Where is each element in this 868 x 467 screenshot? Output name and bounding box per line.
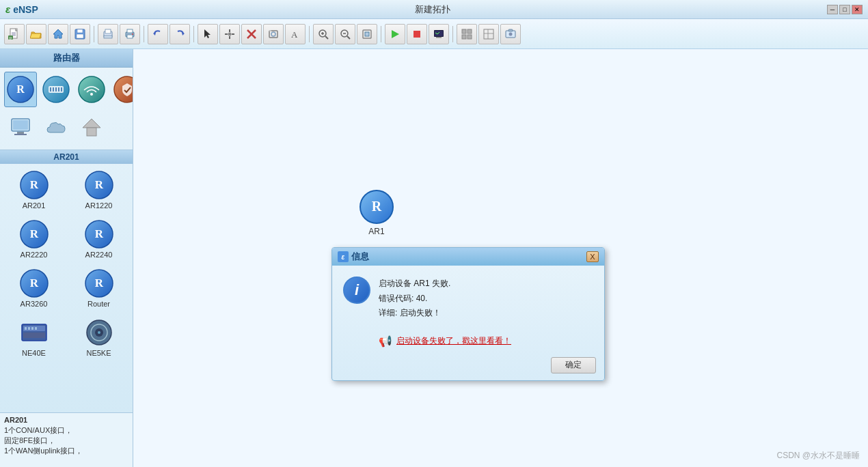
print-button[interactable] xyxy=(120,24,140,44)
home-button[interactable] xyxy=(48,24,68,44)
security-type-button[interactable] xyxy=(111,72,133,107)
dialog-link[interactable]: 启动设备失败了，戳这里看看！ xyxy=(396,335,511,347)
dialog-message: 启动设备 AR1 失败. 错误代码: 40. 详细: 启动失败！ xyxy=(379,277,450,321)
capture-button[interactable] xyxy=(263,24,284,44)
redo-button[interactable] xyxy=(169,24,190,44)
app-logo: ε eNSP xyxy=(5,3,38,15)
svg-rect-45 xyxy=(467,35,472,39)
window-title: 新建拓扑 xyxy=(415,3,450,16)
device-item-router[interactable]: R Router xyxy=(68,265,130,311)
svg-text:R: R xyxy=(94,178,103,191)
text-button[interactable]: A xyxy=(285,24,306,44)
dialog-footer: 确定 xyxy=(332,353,604,380)
connector-type-button[interactable] xyxy=(75,110,108,145)
svg-text:A: A xyxy=(291,29,298,40)
svg-point-62 xyxy=(90,93,93,96)
router-type-button[interactable]: R xyxy=(4,72,37,107)
svg-rect-84 xyxy=(23,332,45,338)
fit-button[interactable] xyxy=(357,24,377,44)
device-item-ar2220[interactable]: R AR2220 xyxy=(3,216,65,262)
info-line-3: 1个WAN侧uplink接口， xyxy=(4,446,128,456)
router-icon: R xyxy=(84,268,114,298)
minimize-button[interactable]: ─ xyxy=(827,5,838,14)
console-button[interactable] xyxy=(429,24,449,44)
ne40e-icon xyxy=(19,317,49,348)
device-item-ar2240[interactable]: R AR2240 xyxy=(68,216,130,262)
pan-button[interactable] xyxy=(219,24,240,44)
device-grid: R AR201 R AR1220 xyxy=(3,167,130,360)
pc-type-button[interactable] xyxy=(4,110,37,145)
undo-button[interactable] xyxy=(148,24,168,44)
device-item-ne5ke[interactable]: NE5KE xyxy=(68,314,130,360)
ar2220-icon: R xyxy=(19,219,49,249)
custom-button[interactable] xyxy=(457,24,477,44)
maximize-button[interactable]: □ xyxy=(839,5,850,14)
svg-rect-14 xyxy=(127,35,133,38)
select-button[interactable] xyxy=(198,24,218,44)
delete-button[interactable] xyxy=(241,24,262,44)
svg-rect-43 xyxy=(467,29,472,33)
zoom-in-button[interactable] xyxy=(313,24,334,44)
svg-rect-50 xyxy=(508,29,513,31)
category-header: 路由器 xyxy=(0,49,133,68)
info-line-1: 1个CON/AUX接口， xyxy=(4,425,128,436)
ar3260-icon: R xyxy=(19,268,49,298)
info-title: AR201 xyxy=(4,416,128,424)
info-dialog: ε 信息 X i 启动设备 AR1 失败. 错误代码: 40. 详细: 启动失败… xyxy=(331,247,605,381)
ar1-device-icon: R xyxy=(359,189,394,225)
dialog-titlebar: ε 信息 X xyxy=(332,248,604,266)
ar2240-label: AR2240 xyxy=(85,251,113,259)
device-item-ar201[interactable]: R AR201 xyxy=(3,167,65,213)
save-button[interactable] xyxy=(70,24,90,44)
dialog-close-button[interactable]: X xyxy=(586,251,599,262)
svg-rect-34 xyxy=(365,32,369,36)
ar2220-label: AR2220 xyxy=(21,251,48,259)
switch-type-icon xyxy=(42,75,70,104)
svg-point-92 xyxy=(98,331,100,334)
cloud-type-button[interactable] xyxy=(40,110,72,145)
confirm-button[interactable]: 确定 xyxy=(551,357,596,373)
dialog-body: i 启动设备 AR1 失败. 错误代码: 40. 详细: 启动失败！ xyxy=(332,266,604,332)
svg-point-15 xyxy=(132,33,133,35)
new-button[interactable]: 新 xyxy=(4,24,25,44)
svg-point-51 xyxy=(509,32,513,36)
svg-text:R: R xyxy=(94,227,103,240)
svg-line-31 xyxy=(347,36,350,39)
svg-rect-7 xyxy=(77,29,83,33)
device-item-ar1220[interactable]: R AR1220 xyxy=(68,167,130,213)
print-preview-button[interactable] xyxy=(98,24,118,44)
device-list[interactable]: R AR201 R AR1220 xyxy=(0,164,133,412)
wireless-type-button[interactable] xyxy=(75,72,108,107)
svg-rect-69 xyxy=(87,128,96,136)
separator-1 xyxy=(94,26,94,42)
ar1-device[interactable]: R AR1 xyxy=(359,189,394,236)
ar1220-label: AR1220 xyxy=(85,201,113,210)
svg-rect-86 xyxy=(28,327,30,330)
screenshot-button[interactable] xyxy=(500,24,521,44)
start-button[interactable] xyxy=(385,24,405,44)
canvas-area[interactable]: R AR1 ε 信息 X i 启动设备 xyxy=(133,49,868,467)
grid-button[interactable] xyxy=(478,24,499,44)
separator-2 xyxy=(144,26,144,42)
zoom-out-button[interactable] xyxy=(335,24,355,44)
ne40e-label: NE40E xyxy=(22,349,46,357)
device-item-ar3260[interactable]: R AR3260 xyxy=(3,265,65,311)
svg-text:R: R xyxy=(29,227,38,240)
separator-3 xyxy=(193,26,194,42)
svg-marker-68 xyxy=(83,119,100,128)
dialog-line2: 错误代码: 40. xyxy=(379,292,450,307)
wireless-type-icon xyxy=(77,75,106,104)
dialog-line1: 启动设备 AR1 失败. xyxy=(379,277,450,292)
close-button[interactable]: ✕ xyxy=(852,5,863,14)
dialog-title: ε 信息 xyxy=(338,251,369,263)
dialog-line3: 详细: 启动失败！ xyxy=(379,306,450,321)
svg-rect-65 xyxy=(13,120,28,130)
open-button[interactable] xyxy=(26,24,46,44)
svg-line-27 xyxy=(325,36,328,39)
device-item-ne40e[interactable]: NE40E xyxy=(3,314,65,360)
svg-marker-35 xyxy=(392,30,399,38)
svg-rect-42 xyxy=(462,29,466,33)
svg-text:R: R xyxy=(94,277,103,289)
stop-button[interactable] xyxy=(407,24,427,44)
switch-type-button[interactable] xyxy=(40,72,72,107)
